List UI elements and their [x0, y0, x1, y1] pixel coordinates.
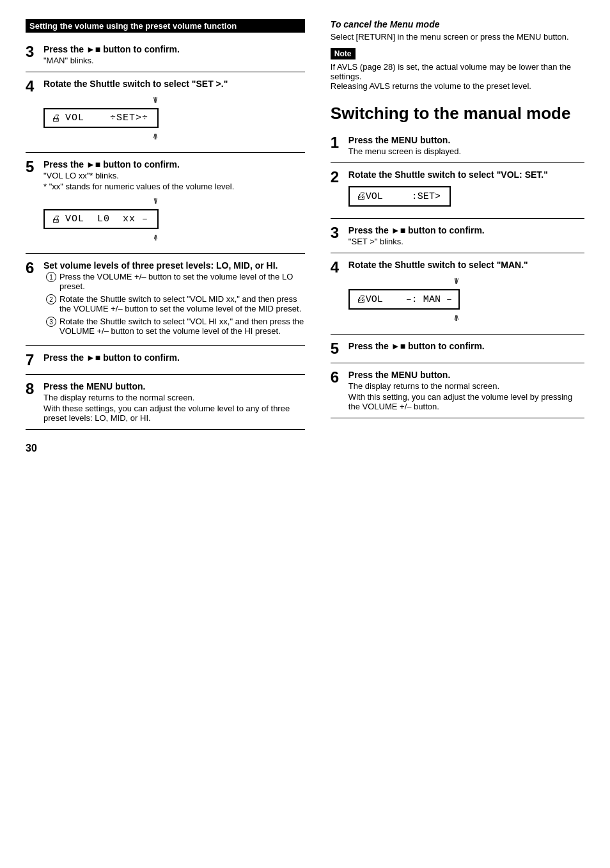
left-step-5: 5 Press the ►■ button to confirm. "VOL L…: [26, 152, 305, 253]
left-column: Setting the volume using the preset volu…: [26, 19, 305, 454]
right-step-sub-6a: The display returns to the normal screen…: [348, 381, 584, 391]
right-column: To cancel the Menu mode Select [RETURN] …: [331, 19, 584, 454]
step-sub-8b: With these settings, you can adjust the …: [43, 404, 305, 423]
lcd-text-5: VOL L0 xx –: [65, 214, 148, 225]
lcd-icon-4: 🖨: [51, 113, 60, 123]
right-step-content-6: Press the MENU button. The display retur…: [348, 370, 584, 411]
right-step-content-5: Press the ►■ button to confirm.: [348, 341, 584, 352]
note-body: If AVLS (page 28) is set, the actual vol…: [331, 62, 584, 91]
right-step-sub-6b: With this setting, you can adjust the vo…: [348, 392, 584, 411]
bullet-list-6: 1 Press the VOLUME +/– button to set the…: [43, 272, 305, 336]
right-step-2: 2 Rotate the Shuttle switch to select "V…: [331, 162, 584, 218]
lcd-icon-r4: 🖨: [356, 294, 366, 305]
right-step-number-5: 5: [331, 341, 345, 356]
step-number-6: 6: [26, 260, 40, 276]
right-step-content-3: Press the ►■ button to confirm. "SET >" …: [348, 225, 584, 246]
ticks-bottom-r4: / | | | \: [348, 315, 460, 321]
lcd-display-r4: 🖨 VOL –: MAN –: [348, 289, 460, 310]
lcd-wrapper-5: \ | | / 🖨 VOL L0 xx – / | | \: [43, 198, 159, 241]
switching-title: Switching to the manual mode: [331, 104, 584, 123]
step-content-4: Rotate the Shuttle switch to select "SET…: [43, 79, 305, 146]
step-title-7: Press the ►■ button to confirm.: [43, 352, 305, 363]
step-sub-5b: * "xx" stands for numeric values of the …: [43, 182, 305, 191]
step-sub-8a: The display returns to the normal screen…: [43, 393, 305, 402]
ticks-top-r4: \ | | | /: [348, 278, 460, 284]
right-step-content-4: Rotate the Shuttle switch to select "MAN…: [348, 260, 584, 327]
page-number: 30: [26, 443, 305, 454]
step-number-3: 3: [26, 44, 40, 59]
bullet-text-3: Rotate the Shuttle switch to select "VOL…: [59, 317, 305, 336]
step-content-6: Set volume levels of three preset levels…: [43, 260, 305, 339]
step-sub-3: "MAN" blinks.: [43, 56, 305, 65]
right-step-title-6: Press the MENU button.: [348, 370, 584, 380]
lcd-wrapper-4: \ | | | / 🖨 VOL ÷SET>÷ / | | | \: [43, 97, 159, 139]
left-section-header: Setting the volume using the preset volu…: [26, 19, 305, 33]
step-content-5: Press the ►■ button to confirm. "VOL LO …: [43, 159, 305, 247]
right-step-number-2: 2: [331, 170, 345, 185]
lcd-text-r4: VOL –: MAN –: [366, 294, 452, 305]
left-step-3: 3 Press the ►■ button to confirm. "MAN" …: [26, 38, 305, 72]
circle-1: 1: [46, 272, 56, 282]
step-content-3: Press the ►■ button to confirm. "MAN" bl…: [43, 44, 305, 65]
ticks-top-4: \ | | | /: [43, 97, 159, 103]
step-number-7: 7: [26, 352, 40, 368]
left-step-6: 6 Set volume levels of three preset leve…: [26, 253, 305, 345]
right-step-title-1: Press the MENU button.: [348, 135, 584, 145]
left-steps: 3 Press the ►■ button to confirm. "MAN" …: [26, 38, 305, 430]
note-label: Note: [331, 48, 356, 59]
right-steps: 1 Press the MENU button. The menu screen…: [331, 129, 584, 418]
lcd-text-4: VOL ÷SET>÷: [65, 113, 148, 123]
ticks-bottom-4: / | | | \: [43, 133, 159, 139]
right-step-number-4: 4: [331, 260, 345, 275]
left-step-4: 4 Rotate the Shuttle switch to select "S…: [26, 72, 305, 152]
right-step-number-3: 3: [331, 225, 345, 241]
right-step-title-5: Press the ►■ button to confirm.: [348, 341, 584, 351]
step-number-5: 5: [26, 159, 40, 175]
step-title-4: Rotate the Shuttle switch to select "SET…: [43, 79, 305, 89]
note-body-2: Releasing AVLS returns the volume to the…: [331, 81, 584, 91]
note-body-1: If AVLS (page 28) is set, the actual vol…: [331, 62, 584, 81]
left-step-8: 8 Press the MENU button. The display ret…: [26, 374, 305, 429]
bullet-text-1: Press the VOLUME +/– button to set the v…: [59, 272, 305, 291]
step-title-3: Press the ►■ button to confirm.: [43, 44, 305, 54]
right-step-number-6: 6: [331, 370, 345, 385]
lcd-display-5: 🖨 VOL L0 xx –: [43, 209, 159, 229]
right-step-title-3: Press the ►■ button to confirm.: [348, 225, 584, 235]
step-number-8: 8: [26, 381, 40, 397]
circle-3: 3: [46, 317, 56, 327]
right-step-6: 6 Press the MENU button. The display ret…: [331, 363, 584, 418]
step-title-8: Press the MENU button.: [43, 381, 305, 391]
cancel-menu-body: Select [RETURN] in the menu screen or pr…: [331, 32, 584, 42]
step-title-5: Press the ►■ button to confirm.: [43, 159, 305, 170]
right-step-sub-1: The menu screen is displayed.: [348, 146, 584, 156]
lcd-wrapper-r4: \ | | | / 🖨 VOL –: MAN – / | | | \: [348, 278, 460, 321]
right-step-5: 5 Press the ►■ button to confirm.: [331, 334, 584, 363]
left-step-7: 7 Press the ►■ button to confirm.: [26, 345, 305, 374]
right-step-sub-3: "SET >" blinks.: [348, 237, 584, 246]
bullet-item-3: 3 Rotate the Shuttle switch to select "V…: [46, 317, 305, 336]
right-step-title-4: Rotate the Shuttle switch to select "MAN…: [348, 260, 584, 270]
right-step-content-2: Rotate the Shuttle switch to select "VOL…: [348, 170, 584, 212]
lcd-icon-5: 🖨: [51, 214, 60, 225]
right-step-3: 3 Press the ►■ button to confirm. "SET >…: [331, 218, 584, 253]
step-number-4: 4: [26, 79, 40, 94]
bullet-text-2: Rotate the Shuttle switch to select "VOL…: [59, 294, 305, 313]
right-step-content-1: Press the MENU button. The menu screen i…: [348, 135, 584, 156]
right-step-4: 4 Rotate the Shuttle switch to select "M…: [331, 253, 584, 334]
cancel-menu-title: To cancel the Menu mode: [331, 19, 584, 29]
right-step-number-1: 1: [331, 135, 345, 150]
lcd-display-r2: 🖨 VOL :SET>: [348, 186, 451, 207]
step-content-8: Press the MENU button. The display retur…: [43, 381, 305, 423]
bullet-item-1: 1 Press the VOLUME +/– button to set the…: [46, 272, 305, 291]
step-sub-5a: "VOL LO xx"* blinks.: [43, 171, 305, 180]
step-title-6: Set volume levels of three preset levels…: [43, 260, 305, 271]
ticks-bottom-5: / | | \: [43, 234, 159, 241]
lcd-icon-r2: 🖨: [356, 191, 366, 202]
bullet-item-2: 2 Rotate the Shuttle switch to select "V…: [46, 294, 305, 313]
lcd-display-4: 🖨 VOL ÷SET>÷: [43, 108, 159, 128]
lcd-text-r2: VOL :SET>: [366, 191, 441, 202]
circle-2: 2: [46, 294, 56, 304]
right-step-title-2: Rotate the Shuttle switch to select "VOL…: [348, 170, 584, 180]
right-step-1: 1 Press the MENU button. The menu screen…: [331, 129, 584, 162]
ticks-top-5: \ | | /: [43, 198, 159, 204]
